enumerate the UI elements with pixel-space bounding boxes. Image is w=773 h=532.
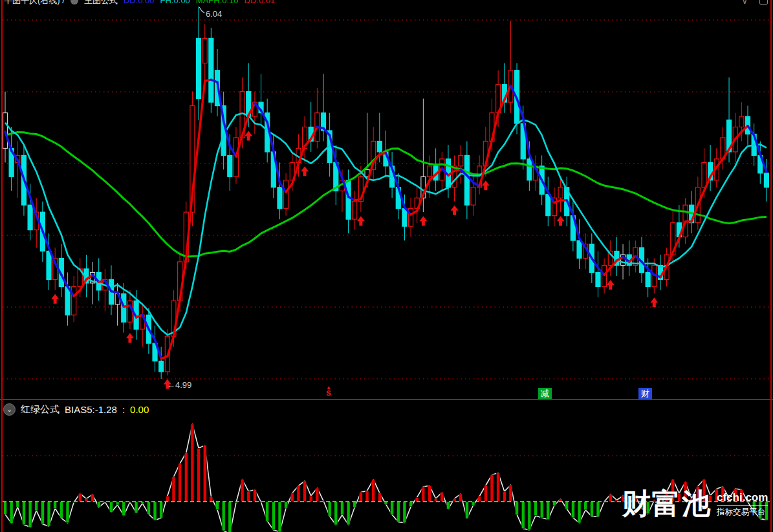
watermark-brand: 财富池 <box>622 485 712 523</box>
right-border <box>770 0 772 532</box>
left-border <box>1 0 3 532</box>
main-chart-panel[interactable] <box>0 0 773 399</box>
signal-s-label: s <box>323 390 334 396</box>
panel-separator <box>0 399 773 400</box>
sub-indicator-name[interactable]: 红绿公式 <box>21 403 60 416</box>
watermark-slogan: 指标交易平台 <box>717 505 768 516</box>
collapse-panel-icon[interactable]: ⌄ <box>3 403 16 416</box>
trading-app-window: 半图平仄(右线) / 主图公式 DD:0.00 FH:0.00 MAFH:0.1… <box>0 0 773 532</box>
sub-indicator-value2: 0.00 <box>130 404 149 415</box>
chevron-down-icon[interactable]: ∨ <box>741 0 748 6</box>
main-chart-title: 半图平仄(右线) / <box>4 0 65 6</box>
sub-indicator-value: BIAS5:-1.28 <box>65 404 117 415</box>
cai-badge: 财 <box>638 388 652 399</box>
window-controls: ∨ <box>741 0 768 6</box>
formula-value-dd2: DD:0.01 <box>245 0 276 5</box>
formula-value-mafh: MAFH:0.10 <box>196 0 239 5</box>
formula-value-fh: FH:0.00 <box>160 0 190 5</box>
watermark-site-block: cfchi.com 指标交易平台 <box>717 491 768 516</box>
main-chart-header: 半图平仄(右线) / 主图公式 DD:0.00 FH:0.00 MAFH:0.1… <box>4 0 275 5</box>
sub-indicator-colon: : <box>122 404 125 415</box>
signal-s-marker: ▲ s <box>323 386 334 396</box>
watermark: 财富池 cfchi.com 指标交易平台 <box>622 485 768 523</box>
reduce-badge: 减 <box>538 388 552 399</box>
indicator-dot-icon[interactable] <box>71 0 78 5</box>
sub-chart-header: ⌄ 红绿公式 BIAS5:-1.28 : 0.00 <box>3 402 149 416</box>
watermark-site: cfchi.com <box>717 491 768 504</box>
main-formula-label[interactable]: 主图公式 <box>84 0 118 6</box>
high-price-label: 6.04 <box>206 9 222 19</box>
low-price-label: ←4.99 <box>167 380 191 390</box>
formula-value-dd: DD:0.00 <box>124 0 155 5</box>
maximize-icon[interactable] <box>759 0 768 5</box>
